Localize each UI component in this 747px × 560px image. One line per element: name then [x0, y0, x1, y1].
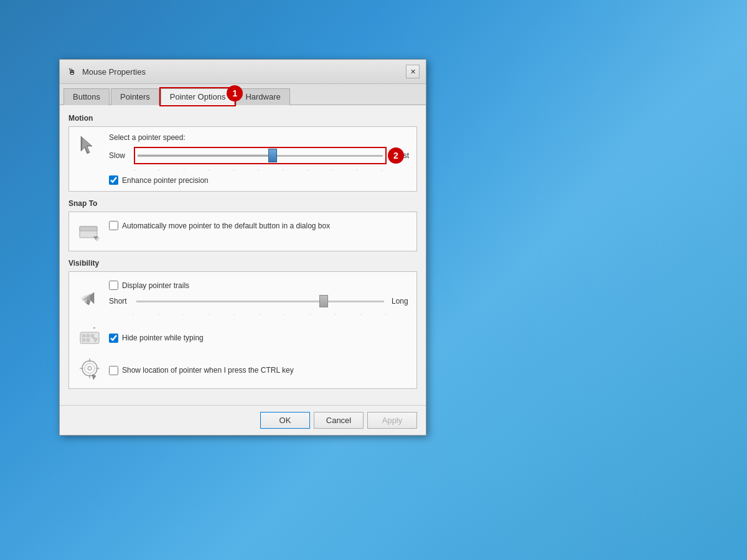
auto-move-checkbox[interactable]	[109, 221, 118, 230]
trail-slider-container	[134, 294, 387, 309]
tab-bar: Buttons Pointers Pointer Options 1 Hardw…	[60, 84, 426, 105]
tab-pointers[interactable]: Pointers	[111, 88, 159, 105]
svg-point-19	[88, 366, 92, 370]
tab-pointer-options[interactable]: Pointer Options 1	[161, 88, 235, 105]
svg-rect-13	[82, 338, 85, 342]
speed-slider-row: Slow 2 Fast	[109, 147, 409, 164]
snap-to-controls: Automatically move pointer to the defaul…	[109, 218, 409, 230]
enhance-checkbox[interactable]	[109, 175, 118, 185]
location-checkbox-row: Show location of pointer when I press th…	[109, 366, 409, 375]
speed-label: Select a pointer speed:	[109, 133, 409, 142]
visibility-header: Visibility	[68, 259, 417, 268]
trail-checkbox[interactable]	[109, 281, 118, 290]
svg-marker-5	[95, 238, 100, 241]
trail-icon	[77, 285, 103, 311]
enhance-label: Enhance pointer precision	[122, 176, 209, 185]
short-label: Short	[109, 297, 129, 306]
tab-hardware[interactable]: Hardware	[236, 88, 289, 105]
motion-controls: Select a pointer speed: Slow 2	[109, 133, 409, 185]
enhance-precision-row: Enhance pointer precision	[109, 175, 409, 185]
hide-label: Hide pointer while typing	[122, 334, 204, 342]
svg-rect-9	[80, 332, 99, 343]
cancel-button[interactable]: Cancel	[314, 412, 364, 429]
location-checkbox[interactable]	[109, 366, 118, 375]
mouse-properties-dialog: 🖱 Mouse Properties ✕ Buttons Pointers Po…	[59, 59, 426, 436]
location-item: Show location of pointer when I press th…	[77, 356, 409, 382]
ok-button[interactable]: OK	[260, 412, 310, 429]
snap-to-section: Snap To Automatically m	[68, 199, 417, 251]
title-bar: 🖱 Mouse Properties ✕	[60, 60, 426, 84]
badge-2: 2	[388, 147, 404, 164]
apply-button[interactable]: Apply	[367, 412, 417, 429]
trail-checkbox-row: Display pointer trails	[109, 281, 409, 290]
speed-slider-thumb[interactable]	[268, 149, 277, 162]
trail-slider-row: Short Long	[109, 294, 409, 309]
trail-item: Display pointer trails Short Long	[77, 278, 409, 317]
hide-icon	[77, 324, 103, 350]
svg-marker-8	[80, 295, 87, 301]
svg-rect-10	[82, 334, 85, 337]
motion-section: Motion Select a pointer speed: Slow	[68, 114, 417, 192]
tab-content: Motion Select a pointer speed: Slow	[60, 105, 426, 405]
buttons-row: OK Cancel Apply	[60, 405, 426, 435]
snap-icon	[77, 218, 103, 245]
mouse-icon: 🖱	[66, 66, 77, 77]
snap-to-box: Automatically move pointer to the defaul…	[68, 212, 417, 251]
hide-checkbox-row: Hide pointer while typing	[109, 334, 409, 343]
auto-move-row: Automatically move pointer to the defaul…	[109, 221, 409, 230]
svg-point-18	[85, 363, 95, 373]
location-label: Show location of pointer when I press th…	[122, 366, 294, 375]
motion-icon	[77, 133, 103, 159]
tab-buttons[interactable]: Buttons	[63, 88, 110, 105]
dialog-title: Mouse Properties	[82, 67, 146, 77]
svg-rect-3	[80, 226, 97, 231]
visibility-box: Display pointer trails Short Long	[68, 271, 417, 389]
motion-header: Motion	[68, 114, 417, 123]
title-bar-left: 🖱 Mouse Properties	[66, 66, 146, 77]
svg-rect-11	[87, 334, 90, 337]
snap-to-header: Snap To	[68, 199, 417, 208]
motion-box: Select a pointer speed: Slow 2	[68, 126, 417, 192]
motion-row: Select a pointer speed: Slow 2	[77, 133, 409, 185]
hide-checkbox[interactable]	[109, 334, 118, 343]
close-button[interactable]: ✕	[406, 65, 420, 78]
svg-rect-12	[91, 334, 94, 337]
hide-controls: Hide pointer while typing	[109, 331, 409, 343]
trail-slider-thumb[interactable]	[319, 295, 328, 307]
trail-controls: Display pointer trails Short Long	[109, 278, 409, 317]
svg-marker-24	[92, 375, 96, 380]
speed-slider-container: 2	[134, 147, 387, 164]
svg-rect-14	[87, 338, 90, 342]
long-label: Long	[392, 297, 409, 306]
location-icon	[77, 356, 103, 382]
trail-label: Display pointer trails	[122, 281, 189, 290]
visibility-section: Visibility Display pointer t	[68, 259, 417, 389]
snap-to-row: Automatically move pointer to the defaul…	[77, 218, 409, 245]
hide-item: Hide pointer while typing	[77, 324, 409, 350]
location-controls: Show location of pointer when I press th…	[109, 363, 409, 375]
auto-move-label: Automatically move pointer to the defaul…	[122, 222, 330, 230]
slow-label: Slow	[109, 151, 129, 160]
